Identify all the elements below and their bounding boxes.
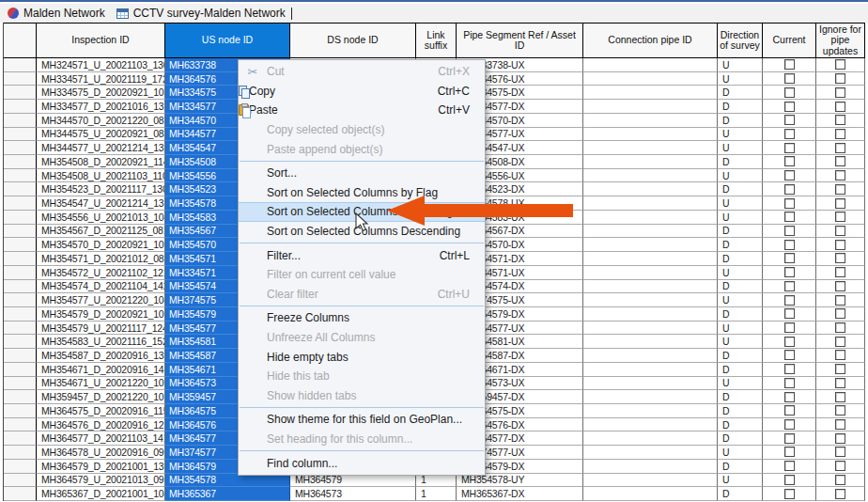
- ignore-checkbox[interactable]: [835, 364, 845, 374]
- menu-item-find-column[interactable]: Find column...: [239, 453, 485, 473]
- cell-direction[interactable]: U: [718, 322, 763, 336]
- row-header-cell[interactable]: [4, 182, 37, 196]
- row-header-cell[interactable]: [4, 446, 37, 460]
- ignore-checkbox[interactable]: [835, 240, 845, 250]
- cell-ignore[interactable]: [816, 266, 865, 280]
- cell-inspection_id[interactable]: MH354579_D_20020921_1010: [37, 307, 165, 322]
- cell-direction[interactable]: U: [718, 474, 763, 488]
- cell-direction[interactable]: D: [718, 114, 763, 128]
- cell-current[interactable]: [763, 377, 816, 391]
- cell-current[interactable]: [763, 128, 816, 142]
- cell-direction[interactable]: D: [718, 307, 763, 322]
- cell-ignore[interactable]: [816, 280, 865, 294]
- cell-current[interactable]: [763, 460, 816, 474]
- row-header-cell[interactable]: [4, 293, 37, 307]
- ignore-checkbox[interactable]: [835, 447, 845, 457]
- row-header-cell[interactable]: [4, 335, 37, 349]
- cell-direction[interactable]: U: [718, 377, 763, 391]
- ignore-checkbox[interactable]: [835, 87, 845, 98]
- ignore-checkbox[interactable]: [835, 322, 845, 333]
- ignore-checkbox[interactable]: [835, 143, 845, 153]
- row-header-cell[interactable]: [4, 58, 37, 72]
- current-checkbox[interactable]: [784, 308, 795, 319]
- column-header-ds_node[interactable]: DS node ID: [290, 23, 416, 58]
- cell-inspection_id[interactable]: MH354508_U_20021103_1100: [37, 169, 165, 183]
- row-header-cell[interactable]: [4, 141, 37, 155]
- ignore-checkbox[interactable]: [835, 378, 845, 388]
- cell-connection_pipe[interactable]: [583, 487, 718, 501]
- ignore-checkbox[interactable]: [835, 281, 845, 291]
- cell-ignore[interactable]: [816, 58, 865, 72]
- cell-connection_pipe[interactable]: [583, 58, 718, 72]
- cell-inspection_id[interactable]: MH354523_D_20021117_1300: [37, 182, 165, 196]
- cell-current[interactable]: [763, 418, 816, 432]
- cell-connection_pipe[interactable]: [583, 280, 718, 294]
- cell-ignore[interactable]: [816, 155, 865, 169]
- cell-inspection_id[interactable]: MH354567_D_20021125_0810: [37, 225, 165, 239]
- cell-direction[interactable]: U: [718, 196, 763, 211]
- cell-current[interactable]: [763, 293, 816, 307]
- cell-inspection_id[interactable]: MH354570_D_20020921_1030: [37, 238, 165, 252]
- ignore-checkbox[interactable]: [835, 337, 845, 347]
- cell-current[interactable]: [763, 100, 816, 114]
- tab-cctv-survey[interactable]: CCTV survey-Malden Network: [116, 4, 292, 23]
- ignore-checkbox[interactable]: [835, 461, 845, 471]
- row-header-cell[interactable]: [4, 114, 37, 128]
- menu-item-sort-on-selected-columns-descending[interactable]: Sort on Selected Columns Descending: [239, 222, 485, 242]
- menu-item-freeze-columns[interactable]: Freeze Columns: [239, 308, 485, 328]
- cell-ignore[interactable]: [816, 100, 865, 114]
- menu-item-paste[interactable]: PasteCtrl+V: [239, 101, 485, 120]
- cell-connection_pipe[interactable]: [583, 266, 718, 280]
- cell-inspection_id[interactable]: MH344577_U_20021214_1355: [37, 141, 165, 155]
- tab-malden-network[interactable]: Malden Network: [8, 4, 105, 23]
- cell-current[interactable]: [763, 196, 816, 211]
- cell-current[interactable]: [763, 446, 816, 460]
- cell-current[interactable]: [763, 252, 816, 266]
- cell-connection_pipe[interactable]: [583, 238, 718, 252]
- menu-item-filter[interactable]: Filter...Ctrl+L: [239, 245, 485, 265]
- cell-direction[interactable]: D: [718, 418, 763, 432]
- cell-ignore[interactable]: [816, 169, 865, 183]
- cell-inspection_id[interactable]: MH354574_D_20021104_1425: [37, 280, 165, 294]
- cell-connection_pipe[interactable]: [583, 474, 718, 488]
- column-header-link_suffix[interactable]: Link suffix: [416, 23, 457, 58]
- cell-current[interactable]: [763, 182, 816, 196]
- menu-item-hide-empty-tabs[interactable]: Hide empty tabs: [239, 347, 485, 367]
- cell-connection_pipe[interactable]: [583, 349, 718, 363]
- cell-inspection_id[interactable]: MH364577_D_20021103_1415: [37, 431, 165, 446]
- row-header-cell[interactable]: [4, 474, 37, 488]
- ignore-checkbox[interactable]: [835, 475, 845, 485]
- cell-current[interactable]: [763, 474, 816, 488]
- cell-direction[interactable]: D: [718, 252, 763, 266]
- current-checkbox[interactable]: [784, 350, 795, 360]
- cell-inspection_id[interactable]: MH354572_U_20021102_1215: [37, 266, 165, 280]
- cell-connection_pipe[interactable]: [583, 86, 718, 100]
- cell-current[interactable]: [763, 169, 816, 183]
- current-checkbox[interactable]: [784, 212, 795, 222]
- row-header-cell[interactable]: [4, 266, 37, 280]
- cell-connection_pipe[interactable]: [583, 114, 718, 128]
- ignore-checkbox[interactable]: [835, 405, 845, 416]
- cell-current[interactable]: [763, 404, 816, 418]
- row-header-cell[interactable]: [4, 128, 37, 142]
- cell-connection_pipe[interactable]: [583, 390, 718, 404]
- cell-inspection_id[interactable]: MH364575_D_20020916_1155: [37, 404, 165, 418]
- cell-direction[interactable]: U: [718, 266, 763, 280]
- cell-direction[interactable]: U: [718, 169, 763, 183]
- cell-current[interactable]: [763, 225, 816, 239]
- column-header-pipe_ref[interactable]: Pipe Segment Ref / Asset ID: [457, 23, 583, 58]
- cell-inspection_id[interactable]: MH334575_D_20020921_1030: [37, 86, 165, 100]
- cell-ignore[interactable]: [816, 322, 865, 336]
- cell-inspection_id[interactable]: MH354547_U_20021214_1310: [37, 196, 165, 211]
- cell-ignore[interactable]: [816, 474, 865, 488]
- cell-connection_pipe[interactable]: [583, 100, 718, 114]
- cell-direction[interactable]: D: [718, 238, 763, 252]
- cell-inspection_id[interactable]: MH344570_D_20021220_0820: [37, 114, 165, 128]
- cell-ignore[interactable]: [816, 182, 865, 196]
- cell-direction[interactable]: U: [718, 141, 763, 155]
- cell-ignore[interactable]: [816, 418, 865, 432]
- cell-connection_pipe[interactable]: [583, 460, 718, 474]
- row-header-cell[interactable]: [4, 252, 37, 266]
- current-checkbox[interactable]: [784, 475, 795, 485]
- menu-item-copy[interactable]: CopyCtrl+C: [239, 82, 485, 102]
